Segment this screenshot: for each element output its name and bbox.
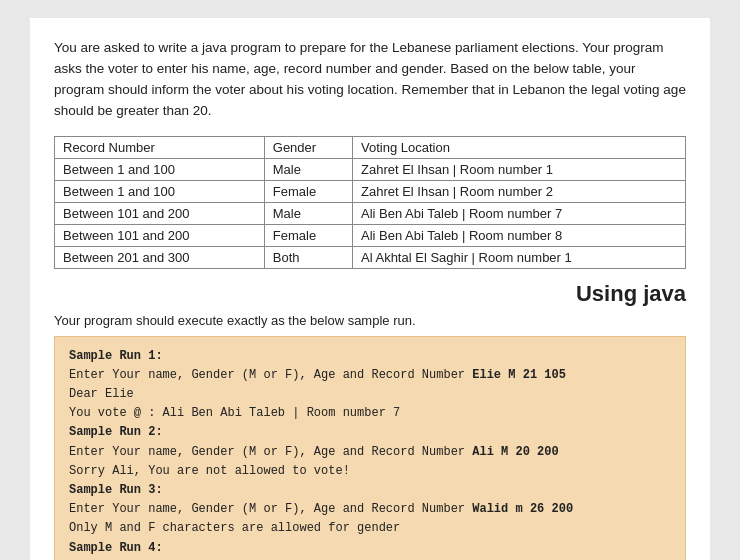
table-cell: Ali Ben Abi Taleb | Room number 8 [353, 224, 686, 246]
table-cell: Female [264, 180, 352, 202]
table-row: Between 1 and 100MaleZahret El Ihsan | R… [55, 158, 686, 180]
table-row: Between 101 and 200MaleAli Ben Abi Taleb… [55, 202, 686, 224]
table-cell: Between 1 and 100 [55, 180, 265, 202]
table-row: Between 101 and 200FemaleAli Ben Abi Tal… [55, 224, 686, 246]
sample-label-4: Sample Run 4: [69, 539, 671, 558]
col-header-location: Voting Location [353, 136, 686, 158]
table-cell: Male [264, 202, 352, 224]
col-header-gender: Gender [264, 136, 352, 158]
sample-label-2: Sample Run 2: [69, 423, 671, 442]
sample-run-box: Sample Run 1:Enter Your name, Gender (M … [54, 336, 686, 560]
subheading: Your program should execute exactly as t… [54, 313, 686, 328]
table-row: Between 201 and 300BothAl Akhtal El Sagh… [55, 246, 686, 268]
table-cell: Ali Ben Abi Taleb | Room number 7 [353, 202, 686, 224]
table-row: Between 1 and 100FemaleZahret El Ihsan |… [55, 180, 686, 202]
table-cell: Between 101 and 200 [55, 224, 265, 246]
table-cell: Between 1 and 100 [55, 158, 265, 180]
sample-line-2-2: Sorry Ali, You are not allowed to vote! [69, 462, 671, 481]
table-cell: Both [264, 246, 352, 268]
main-page: You are asked to write a java program to… [30, 18, 710, 560]
table-cell: Female [264, 224, 352, 246]
sample-line-1-1: Enter Your name, Gender (M or F), Age an… [69, 366, 671, 385]
col-header-record: Record Number [55, 136, 265, 158]
sample-line-1-2: Dear Elie [69, 385, 671, 404]
sample-line-3-1: Enter Your name, Gender (M or F), Age an… [69, 500, 671, 519]
table-cell: Al Akhtal El Saghir | Room number 1 [353, 246, 686, 268]
sample-label-1: Sample Run 1: [69, 347, 671, 366]
sample-line-1-3: You vote @ : Ali Ben Abi Taleb | Room nu… [69, 404, 671, 423]
voting-table: Record Number Gender Voting Location Bet… [54, 136, 686, 269]
table-cell: Between 101 and 200 [55, 202, 265, 224]
sample-line-3-2: Only M and F characters are allowed for … [69, 519, 671, 538]
sample-label-3: Sample Run 3: [69, 481, 671, 500]
intro-paragraph: You are asked to write a java program to… [54, 38, 686, 122]
table-cell: Between 201 and 300 [55, 246, 265, 268]
table-cell: Male [264, 158, 352, 180]
using-java-label: Using java [576, 281, 686, 307]
sample-line-2-1: Enter Your name, Gender (M or F), Age an… [69, 443, 671, 462]
table-cell: Zahret El Ihsan | Room number 2 [353, 180, 686, 202]
table-cell: Zahret El Ihsan | Room number 1 [353, 158, 686, 180]
using-java-row: Using java [54, 281, 686, 307]
